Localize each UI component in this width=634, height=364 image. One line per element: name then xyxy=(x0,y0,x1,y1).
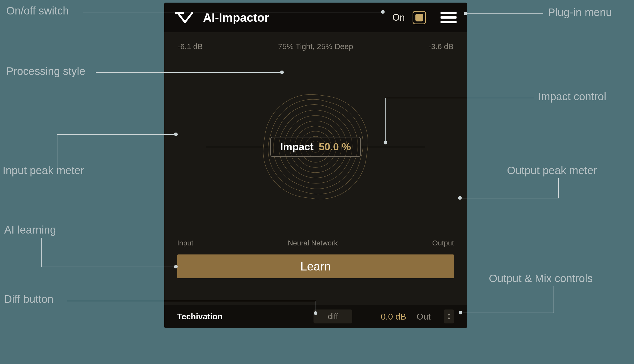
output-gain-value[interactable]: 0.0 dB xyxy=(381,312,406,322)
on-off-toggle[interactable] xyxy=(413,11,426,24)
output-label: Output xyxy=(432,239,454,247)
plugin-menu-button[interactable] xyxy=(441,12,457,24)
anno-on-off: On/off switch xyxy=(6,5,69,17)
plugin-window: AI-Impactor On -6.1 dB 75% Tight, 25% De… xyxy=(164,3,467,328)
main-area: Impact 50.0 % xyxy=(164,55,467,238)
input-peak-meter xyxy=(177,58,187,236)
input-label: Input xyxy=(177,239,193,247)
anno-ai-learning: AI learning xyxy=(4,224,56,236)
brand-label: Techivation xyxy=(177,312,222,321)
processing-style-readout[interactable]: 75% Tight, 25% Deep xyxy=(278,42,353,51)
anno-output-meter: Output peak meter xyxy=(507,164,597,177)
on-label: On xyxy=(392,12,405,23)
anno-processing-style: Processing style xyxy=(6,65,85,78)
neural-network-visualizer: Impact 50.0 % xyxy=(187,58,444,236)
impact-control[interactable]: Impact 50.0 % xyxy=(270,137,361,157)
anno-impact-control: Impact control xyxy=(538,90,606,103)
diff-label: diff xyxy=(328,312,338,321)
output-peak-meter xyxy=(444,58,454,236)
learn-button[interactable]: Learn xyxy=(177,254,454,278)
diff-button[interactable]: diff xyxy=(314,309,352,323)
mix-menu-button[interactable] xyxy=(444,309,454,323)
brand-logo-icon xyxy=(175,11,196,24)
anno-output-mix: Output & Mix controls xyxy=(489,272,593,285)
readout-row: -6.1 dB 75% Tight, 25% Deep -3.6 dB xyxy=(164,32,467,55)
meter-labels-row: Input Neural Network Output xyxy=(164,238,467,253)
anno-diff-button: Diff button xyxy=(4,293,54,305)
input-db-readout: -6.1 dB xyxy=(178,42,203,51)
impact-label: Impact xyxy=(280,141,314,153)
learn-label: Learn xyxy=(300,259,331,273)
anno-plugin-menu: Plug-in menu xyxy=(548,6,612,19)
anno-input-meter: Input peak meter xyxy=(3,164,84,177)
plugin-header: AI-Impactor On xyxy=(164,3,467,32)
output-db-readout: -3.6 dB xyxy=(428,42,453,51)
plugin-title: AI-Impactor xyxy=(203,11,269,25)
visualizer-label: Neural Network xyxy=(288,239,338,247)
output-gain-label: Out xyxy=(416,312,431,322)
power-icon xyxy=(415,14,423,21)
impact-value: 50.0 % xyxy=(319,141,351,153)
